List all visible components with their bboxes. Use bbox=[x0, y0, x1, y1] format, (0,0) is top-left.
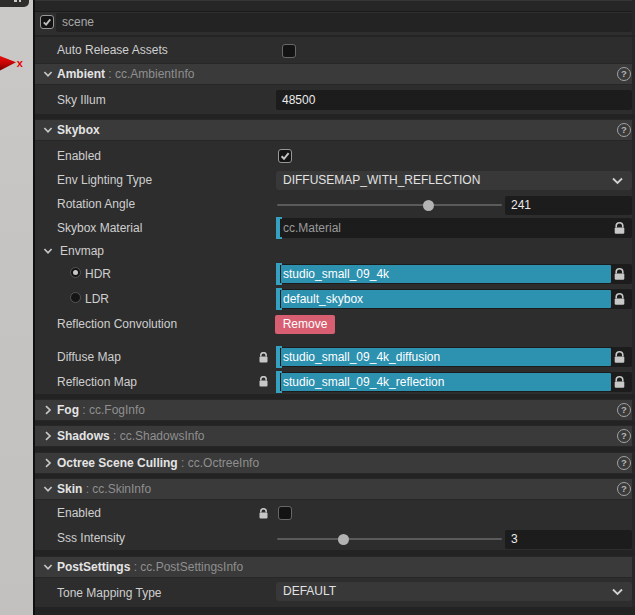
svg-text:x: x bbox=[17, 58, 24, 70]
